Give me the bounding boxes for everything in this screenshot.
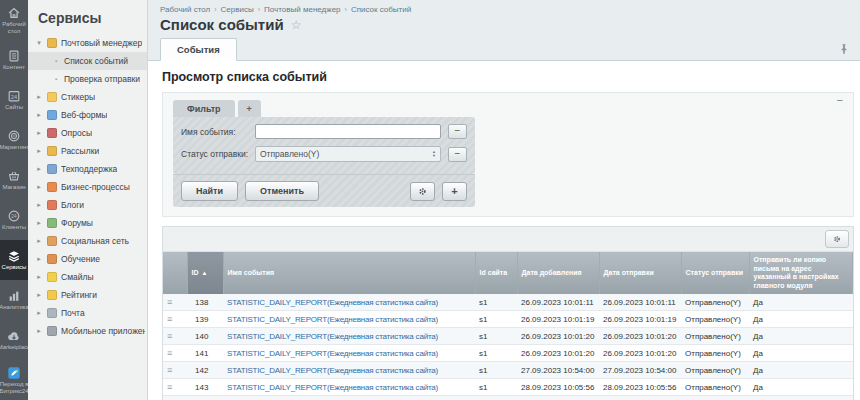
remove-field-button[interactable]: − [448, 124, 467, 139]
chevron-right-icon[interactable]: ▸ [35, 129, 43, 137]
nav-item-label: Аналитика [0, 304, 29, 311]
column-header-status[interactable]: Статус отправки [681, 252, 749, 294]
sidebar-item[interactable]: ▸Мобильное приложение [28, 322, 147, 340]
chevron-right-icon[interactable]: ▸ [35, 255, 43, 263]
sidebar-item[interactable]: ▪Проверка отправки [28, 70, 147, 88]
sidebar-item[interactable]: ▸Смайлы [28, 268, 147, 286]
nav-item-marketplace[interactable]: Marketplace [0, 320, 28, 360]
nav-item-sites[interactable]: 24Сайты [0, 80, 28, 120]
chevron-right-icon[interactable]: ▸ [35, 219, 43, 227]
row-menu-icon[interactable]: ≡ [167, 314, 172, 324]
nav-item-services[interactable]: Сервисы [0, 240, 28, 280]
filter-collapse-button[interactable]: − [837, 95, 843, 105]
site-id-cell: s1 [475, 362, 517, 379]
main-nav-bar: Рабочий столКонтент24СайтыМаркетингМагаз… [0, 0, 28, 400]
sidebar-item-label: Опросы [61, 128, 92, 138]
chevron-right-icon[interactable]: ▸ [35, 93, 43, 101]
row-menu-icon[interactable]: ≡ [167, 348, 172, 358]
sidebar-item[interactable]: ▪Список событий [28, 52, 147, 70]
sidebar-item[interactable]: ▸Социальная сеть [28, 232, 147, 250]
date-sent-cell: 26.09.2023 10:01:19 [599, 311, 681, 328]
chevron-right-icon[interactable]: ▸ [35, 273, 43, 281]
grid-settings-gear-icon[interactable] [825, 230, 849, 248]
sidebar-item-label: Веб-формы [61, 110, 107, 120]
date-added-cell: 26.09.2023 10:01:20 [517, 345, 599, 362]
event-name-link[interactable]: STATISTIC_DAILY_REPORT(Ежедневная статис… [227, 383, 438, 392]
sidebar-item[interactable]: ▸Форумы [28, 214, 147, 232]
row-menu-icon[interactable]: ≡ [167, 297, 172, 307]
send-status-select[interactable]: Отправлено(Y) ▲▼ [255, 146, 441, 162]
breadcrumb-item[interactable]: Сервисы [221, 5, 254, 14]
sidebar-item[interactable]: ▾Почтовый менеджер [28, 34, 147, 52]
event-name-input[interactable] [255, 124, 441, 139]
app-window: Рабочий столКонтент24СайтыМаркетингМагаз… [0, 0, 860, 400]
nav-item-clients[interactable]: 24Клиенты [0, 200, 28, 240]
nav-item-label: Маркетинг [0, 144, 29, 151]
event-name-link[interactable]: STATISTIC_DAILY_REPORT(Ежедневная статис… [227, 349, 438, 358]
row-menu-icon[interactable]: ≡ [167, 331, 172, 341]
sidebar-item[interactable]: ▸Стикеры [28, 88, 147, 106]
chevron-right-icon[interactable]: ▸ [35, 201, 43, 209]
filter-tab[interactable]: Фильтр [173, 100, 235, 117]
send-status-cell: Отправлено(Y) [681, 362, 749, 379]
chevron-right-icon[interactable]: ▸ [35, 111, 43, 119]
chevron-right-icon[interactable]: ▸ [35, 309, 43, 317]
sidebar-item[interactable]: ▸Бизнес-процессы [28, 178, 147, 196]
sidebar-item[interactable]: ▸Техподдержка [28, 160, 147, 178]
sidebar-item[interactable]: ▸Блоги [28, 196, 147, 214]
column-header-added[interactable]: Дата добавления [517, 252, 599, 294]
column-header-sent[interactable]: Дата отправки [599, 252, 681, 294]
sidebar-item[interactable]: ▸Рассылки [28, 142, 147, 160]
add-filter-tab-button[interactable]: + [238, 100, 261, 117]
favorite-star-icon[interactable]: ☆ [291, 18, 302, 32]
sidebar-item[interactable]: ▸Опросы [28, 124, 147, 142]
sidebar-item[interactable]: ▸Обучение [28, 250, 147, 268]
chevron-down-icon[interactable]: ▾ [35, 39, 43, 47]
remove-field-button[interactable]: − [448, 147, 467, 162]
chevron-right-icon[interactable]: ▸ [35, 237, 43, 245]
nav-item-bitrix24[interactable]: Переход в Битрикс24 [0, 360, 28, 400]
chevron-right-icon[interactable]: ▸ [35, 291, 43, 299]
nav-item-desktop[interactable]: Рабочий стол [0, 0, 28, 40]
event-name-link[interactable]: STATISTIC_DAILY_REPORT(Ежедневная статис… [227, 366, 438, 375]
column-header-site[interactable]: Id сайта [475, 252, 517, 294]
table-row: ≡144STATISTIC_DAILY_REPORT(Ежедневная ст… [163, 396, 853, 400]
event-name-link[interactable]: STATISTIC_DAILY_REPORT(Ежедневная статис… [227, 298, 438, 307]
nav-item-marketing[interactable]: Маркетинг [0, 120, 28, 160]
sidebar-item[interactable]: ▸Почта [28, 304, 147, 322]
chevron-right-icon[interactable]: ▸ [35, 183, 43, 191]
sidebar-item[interactable]: ▸Веб-формы [28, 106, 147, 124]
date-added-cell: 28.09.2023 10:05:56 [517, 379, 599, 396]
nav-item-content[interactable]: Контент [0, 40, 28, 80]
chevron-right-icon[interactable]: ▸ [35, 327, 43, 335]
breadcrumb-item[interactable]: Рабочий стол [160, 5, 210, 14]
cancel-button[interactable]: Отменить [245, 181, 319, 201]
grid-toolbar [163, 227, 853, 252]
chevron-right-icon[interactable]: ▸ [35, 147, 43, 155]
event-name-cell: STATISTIC_DAILY_REPORT(Ежедневная статис… [223, 345, 475, 362]
sidebar-item-label: Бизнес-процессы [61, 182, 130, 192]
pin-icon[interactable] [838, 41, 852, 55]
column-header-id[interactable]: ID▲ [187, 252, 223, 294]
sidebar-menu: ▾Почтовый менеджер▪Список событий▪Провер… [28, 34, 147, 340]
nav-item-shop[interactable]: Магазин [0, 160, 28, 200]
event-name-link[interactable]: STATISTIC_DAILY_REPORT(Ежедневная статис… [227, 315, 438, 324]
row-menu-icon[interactable]: ≡ [167, 382, 172, 392]
event-id-cell: 142 [187, 362, 223, 379]
event-id-cell: 141 [187, 345, 223, 362]
sidebar-item[interactable]: ▸Рейтинги [28, 286, 147, 304]
nav-item-label: Marketplace [0, 344, 30, 351]
tab-events[interactable]: События [160, 38, 237, 61]
filter-settings-gear-icon[interactable] [410, 182, 435, 201]
find-button[interactable]: Найти [181, 181, 238, 201]
add-filter-field-button[interactable]: + [442, 182, 467, 201]
event-name-link[interactable]: STATISTIC_DAILY_REPORT(Ежедневная статис… [227, 332, 438, 341]
column-header-copy[interactable]: Отправить ли копию письма на адрес указа… [749, 252, 853, 294]
breadcrumb-item[interactable]: Почтовый менеджер [264, 5, 340, 14]
chevron-right-icon[interactable]: ▸ [35, 165, 43, 173]
column-header-name[interactable]: Имя события [223, 252, 475, 294]
row-menu-icon[interactable]: ≡ [167, 365, 172, 375]
breadcrumb: Рабочий стол›Сервисы›Почтовый менеджер›С… [148, 0, 860, 15]
nav-item-analytics[interactable]: Аналитика [0, 280, 28, 320]
event-id-cell: 140 [187, 328, 223, 345]
